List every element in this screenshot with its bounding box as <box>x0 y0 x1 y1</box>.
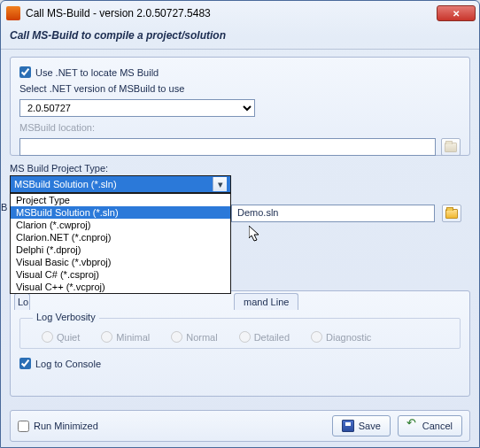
folder-icon <box>445 143 457 152</box>
log-verbosity-legend: Log Verbosity <box>33 312 99 322</box>
chevron-down-icon: ▾ <box>213 177 227 191</box>
run-minimized-checkbox[interactable] <box>18 421 29 432</box>
window-frame: Call MS-Build - version 2.0.50727.5483 ✕… <box>0 0 480 448</box>
log-to-console-label: Log to Console <box>35 359 101 369</box>
dropdown-item[interactable]: Delphi (*.dproj) <box>11 243 230 256</box>
dropdown-item[interactable]: Project Type <box>11 194 230 206</box>
location-label: MSBuild location: <box>19 122 95 133</box>
radio-diagnostic: Diagnostic <box>311 331 371 343</box>
dropdown-item[interactable]: Clarion (*.cwproj) <box>11 219 230 231</box>
titlebar[interactable]: Call MS-Build - version 2.0.50727.5483 ✕ <box>1 1 479 26</box>
solution-file-input[interactable]: Demo.sln <box>231 205 435 222</box>
close-button[interactable]: ✕ <box>437 5 476 21</box>
project-type-dropdown[interactable]: Project Type MSBuild Solution (*.sln) Cl… <box>10 193 231 294</box>
project-type-select[interactable]: MSBuild Solution (*.sln) ▾ <box>10 175 231 193</box>
location-browse-button[interactable] <box>441 138 461 156</box>
tab-logging[interactable]: Lo <box>14 293 30 310</box>
solution-browse-button[interactable] <box>442 205 461 222</box>
undo-icon <box>407 420 418 432</box>
dropdown-item[interactable]: Visual C# (*.csproj) <box>11 268 230 281</box>
cancel-button[interactable]: Cancel <box>398 415 462 436</box>
app-icon <box>6 6 20 20</box>
dropdown-item[interactable]: Visual Basic (*.vbproj) <box>11 256 230 268</box>
folder-icon <box>445 209 458 219</box>
version-select[interactable]: 2.0.50727 <box>19 99 255 117</box>
radio-detailed: Detailed <box>239 331 290 343</box>
bottom-bar: Run Minimized Save Cancel <box>10 410 470 442</box>
window-subtitle: Call MS-Build to compile a project/solut… <box>1 26 479 50</box>
location-input <box>19 138 436 156</box>
build-label-fragment: B <box>1 202 7 212</box>
radio-minimal: Minimal <box>101 331 150 343</box>
log-to-console-checkbox[interactable] <box>19 358 31 369</box>
close-icon: ✕ <box>453 9 460 19</box>
dropdown-item[interactable]: Clarion.NET (*.cnproj) <box>11 231 230 243</box>
window-title: Call MS-Build - version 2.0.50727.5483 <box>26 7 437 19</box>
save-icon <box>342 420 354 432</box>
use-dotnet-label: Use .NET to locate MS Build <box>35 67 159 78</box>
use-dotnet-checkbox[interactable] <box>19 66 31 78</box>
project-type-label: MS Build Project Type: <box>10 163 108 174</box>
radio-quiet: Quiet <box>42 331 80 343</box>
run-minimized-label: Run Minimized <box>34 421 98 431</box>
radio-normal: Normal <box>171 331 217 343</box>
dropdown-item[interactable]: MSBuild Solution (*.sln) <box>11 206 230 219</box>
tab-command-line[interactable]: mand Line <box>234 293 298 310</box>
version-label: Select .NET version of MSBuild to use <box>19 83 184 94</box>
dropdown-item[interactable]: Visual C++ (*.vcproj) <box>11 281 230 293</box>
save-button[interactable]: Save <box>332 415 391 436</box>
